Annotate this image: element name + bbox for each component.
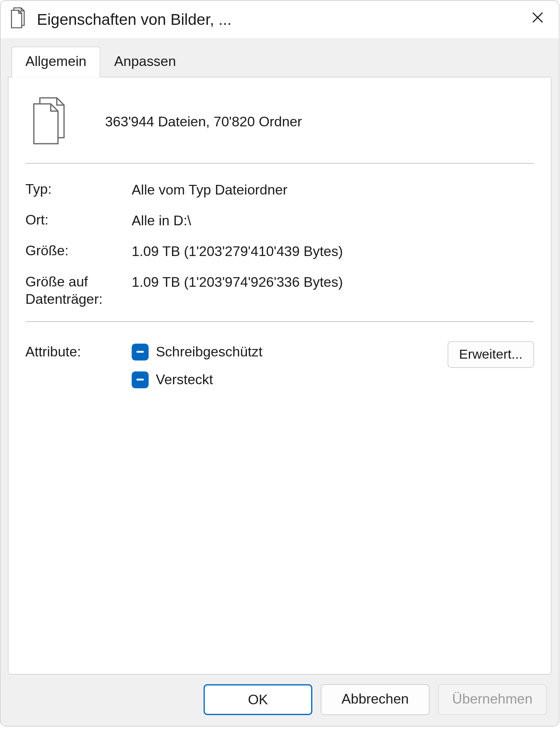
- apply-button: Übernehmen: [438, 684, 547, 715]
- checkbox-hidden[interactable]: [132, 371, 149, 388]
- value-location: Alle in D:\: [132, 212, 534, 230]
- row-size-on-disk: Größe auf Datenträger: 1.09 TB (1'203'97…: [25, 267, 534, 314]
- label-type: Typ:: [25, 180, 132, 198]
- advanced-button[interactable]: Erweitert...: [448, 341, 534, 368]
- label-size: Größe:: [25, 242, 132, 260]
- row-type: Typ: Alle vom Typ Dateiordner: [25, 175, 534, 205]
- dialog-body: Allgemein Anpassen 363'944 Dateien, 70'8…: [1, 38, 559, 726]
- properties-dialog: Eigenschaften von Bilder, ... Allgemein …: [0, 0, 559, 727]
- label-attributes: Attribute:: [25, 341, 132, 360]
- checkbox-label-readonly: Schreibgeschützt: [156, 344, 263, 360]
- titlebar: Eigenschaften von Bilder, ...: [1, 1, 559, 38]
- close-button[interactable]: [525, 7, 550, 31]
- ok-button[interactable]: OK: [203, 684, 312, 715]
- documents-icon: [9, 7, 27, 31]
- divider: [25, 321, 534, 322]
- window-title: Eigenschaften von Bilder, ...: [37, 10, 525, 29]
- divider: [25, 163, 534, 164]
- value-size: 1.09 TB (1'203'279'410'439 Bytes): [132, 242, 534, 261]
- value-size-on-disk: 1.09 TB (1'203'974'926'336 Bytes): [132, 273, 534, 292]
- indeterminate-icon: [136, 379, 144, 381]
- tab-customize[interactable]: Anpassen: [100, 47, 190, 77]
- summary-row: 363'944 Dateien, 70'820 Ordner: [25, 92, 534, 163]
- file-folder-count: 363'944 Dateien, 70'820 Ordner: [105, 113, 302, 130]
- indeterminate-icon: [136, 351, 144, 353]
- documents-stack-icon: [29, 96, 70, 147]
- checkbox-row-readonly: Schreibgeschützt: [132, 341, 447, 369]
- row-location: Ort: Alle in D:\: [25, 205, 534, 236]
- tab-panel-general: 363'944 Dateien, 70'820 Ordner Typ: Alle…: [8, 77, 551, 675]
- label-location: Ort:: [25, 212, 132, 229]
- checkbox-row-hidden: Versteckt: [132, 369, 447, 396]
- label-size-on-disk: Größe auf Datenträger:: [25, 273, 132, 308]
- row-size: Größe: 1.09 TB (1'203'279'410'439 Bytes): [25, 236, 534, 267]
- dialog-footer: OK Abbrechen Übernehmen: [8, 675, 551, 719]
- cancel-button[interactable]: Abbrechen: [321, 684, 430, 715]
- checkbox-label-hidden: Versteckt: [156, 372, 213, 388]
- tab-strip: Allgemein Anpassen: [8, 47, 551, 77]
- tab-general[interactable]: Allgemein: [11, 47, 100, 77]
- attributes-block: Attribute: Schreibgeschützt Versteckt Er…: [25, 333, 534, 397]
- value-type: Alle vom Typ Dateiordner: [132, 180, 534, 199]
- checkbox-readonly[interactable]: [132, 343, 149, 360]
